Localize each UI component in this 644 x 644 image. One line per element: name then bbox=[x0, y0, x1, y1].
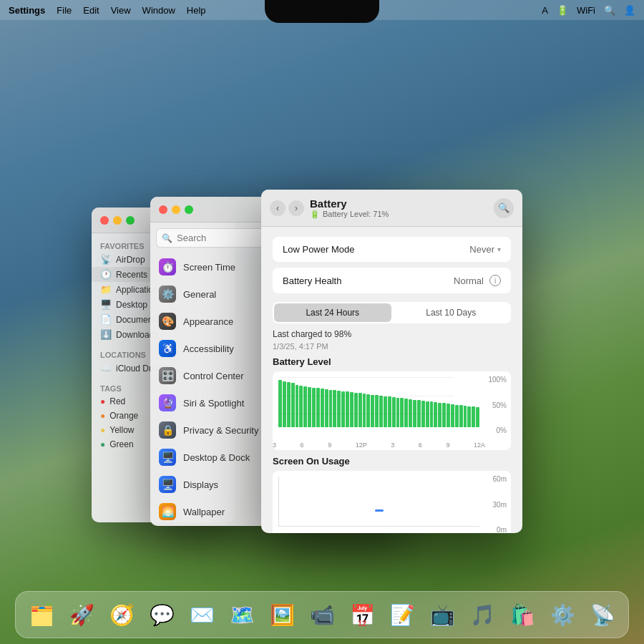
battery-bar bbox=[278, 377, 282, 427]
battery-bar-fill bbox=[278, 380, 282, 428]
battery-content: Low Power Mode Never ▾ Battery Health No… bbox=[261, 227, 522, 533]
controlcenter-icon: 🎛️ bbox=[159, 367, 176, 384]
dock-icon-mail[interactable]: ✉️ bbox=[183, 596, 220, 633]
battery-bar-fill bbox=[321, 389, 324, 427]
prefs-label-general: General bbox=[183, 289, 216, 300]
battery-nav: ‹ › bbox=[270, 200, 304, 216]
menubar-left: Settings File Edit View Window Help bbox=[9, 5, 206, 16]
screentime-icon: ⏱️ bbox=[159, 258, 176, 275]
battery-bar-fill bbox=[421, 401, 425, 427]
prefs-label-displays: Displays bbox=[183, 479, 218, 490]
battery-bar bbox=[296, 377, 299, 427]
low-power-mode-value[interactable]: Never ▾ bbox=[469, 244, 501, 255]
battery-bar bbox=[337, 377, 341, 427]
prefs-label-desktop: Desktop & Dock bbox=[183, 452, 250, 463]
menubar-window[interactable]: Window bbox=[142, 5, 175, 16]
battery-bar-fill bbox=[287, 382, 291, 427]
battery-title-section: Battery 🔋 Battery Level: 71% bbox=[310, 197, 389, 219]
dock-icon-safari[interactable]: 🧭 bbox=[103, 596, 140, 633]
tab-last-10-days[interactable]: Last 10 Days bbox=[393, 303, 510, 322]
battery-bar-fill bbox=[409, 399, 412, 427]
dock-icon-reminders[interactable]: 📝 bbox=[384, 596, 421, 633]
battery-bar bbox=[350, 377, 353, 427]
low-power-mode-row: Low Power Mode Never ▾ bbox=[273, 237, 511, 262]
x-label-9p: 9 bbox=[446, 441, 449, 449]
battery-bar bbox=[283, 377, 286, 427]
battery-bar-fill bbox=[467, 406, 471, 427]
battery-bars bbox=[278, 377, 479, 427]
dock-icon-appstore[interactable]: 🛍️ bbox=[504, 596, 541, 633]
battery-bar-fill bbox=[476, 407, 479, 427]
maximize-button[interactable] bbox=[126, 216, 135, 225]
dock-icon-airdrop[interactable]: 📡 bbox=[584, 596, 621, 633]
menubar-help[interactable]: Help bbox=[187, 5, 206, 16]
battery-bar bbox=[447, 377, 450, 427]
battery-bar bbox=[325, 377, 328, 427]
menubar-edit[interactable]: Edit bbox=[83, 5, 99, 16]
prefs-label-siri: Siri & Spotlight bbox=[183, 398, 244, 409]
prefs-label-wallpaper: Wallpaper bbox=[183, 507, 225, 517]
prefs-close-button[interactable] bbox=[159, 205, 167, 214]
info-icon[interactable]: i bbox=[489, 275, 501, 286]
battery-bar-fill bbox=[337, 391, 341, 427]
dock-icon-launchpad[interactable]: 🚀 bbox=[63, 596, 100, 633]
user-icon[interactable]: 👤 bbox=[624, 5, 635, 16]
low-power-mode-label: Low Power Mode bbox=[283, 244, 354, 255]
battery-bar-fill bbox=[464, 406, 467, 427]
battery-bar bbox=[400, 377, 404, 427]
dock-icon-photos[interactable]: 🖼️ bbox=[263, 596, 301, 633]
battery-bar-fill bbox=[363, 394, 366, 427]
battery-bar-fill bbox=[447, 404, 450, 427]
search-icon: 🔍 bbox=[162, 233, 172, 243]
battery-bar-fill bbox=[442, 403, 446, 427]
menubar-app-name[interactable]: Settings bbox=[9, 5, 45, 16]
prefs-minimize-button[interactable] bbox=[172, 205, 180, 214]
dock-icon-messages[interactable]: 💬 bbox=[143, 596, 180, 633]
battery-bar bbox=[392, 377, 396, 427]
battery-search-button[interactable]: 🔍 bbox=[494, 198, 514, 218]
dock-icon-finder[interactable]: 🗂️ bbox=[23, 596, 60, 633]
tab-last-24-hours[interactable]: Last 24 Hours bbox=[274, 303, 391, 322]
battery-bar-fill bbox=[451, 404, 454, 427]
battery-bar bbox=[287, 377, 291, 427]
battery-bar bbox=[375, 377, 379, 427]
dock-icon-music[interactable]: 🎵 bbox=[464, 596, 501, 633]
battery-bar bbox=[459, 377, 463, 427]
battery-bar bbox=[464, 377, 467, 427]
dock-icon-facetime[interactable]: 📹 bbox=[303, 596, 341, 633]
battery-bar bbox=[299, 377, 303, 427]
prefs-maximize-button[interactable] bbox=[185, 205, 193, 214]
forward-button[interactable]: › bbox=[288, 200, 304, 216]
battery-bar bbox=[291, 377, 295, 427]
menubar-file[interactable]: File bbox=[57, 5, 72, 16]
battery-bar-fill bbox=[400, 398, 404, 427]
battery-bar-fill bbox=[413, 400, 416, 428]
menubar-view[interactable]: View bbox=[111, 5, 131, 16]
battery-bar bbox=[303, 377, 307, 427]
y-label-50: 50% bbox=[492, 401, 507, 409]
dock-icon-maps[interactable]: 🗺️ bbox=[223, 596, 260, 633]
battery-bar bbox=[438, 377, 441, 427]
back-button[interactable]: ‹ bbox=[270, 200, 286, 216]
close-button[interactable] bbox=[100, 216, 109, 225]
battery-bar-fill bbox=[434, 402, 437, 427]
x-label-3p: 3 bbox=[391, 441, 394, 449]
battery-health-value-text: Normal bbox=[454, 275, 484, 286]
desktop-icon: 🖥️ bbox=[159, 449, 176, 466]
battery-bar bbox=[346, 377, 349, 427]
dock-icon-tv[interactable]: 📺 bbox=[424, 596, 461, 633]
battery-bar-fill bbox=[325, 389, 328, 427]
dock-icon-calendar[interactable]: 📅 12 bbox=[343, 596, 381, 633]
menubar-right: A 🔋 WiFi 🔍 👤 bbox=[542, 5, 635, 16]
battery-bar bbox=[371, 377, 374, 427]
battery-bar-fill bbox=[388, 396, 391, 427]
prefs-label-controlcenter: Control Center bbox=[183, 371, 244, 381]
last-charged-date: 1/3/25, 4:17 PM bbox=[273, 342, 511, 351]
appearance-icon: 🎨 bbox=[159, 313, 176, 330]
dock-icon-systemprefs[interactable]: ⚙️ bbox=[544, 596, 581, 633]
minimize-button[interactable] bbox=[113, 216, 122, 225]
wifi-icon: WiFi bbox=[577, 5, 595, 16]
search-menubar-icon[interactable]: 🔍 bbox=[604, 5, 615, 16]
battery-bar-fill bbox=[430, 401, 434, 427]
last-charged-info: Last charged to 98% bbox=[273, 329, 511, 339]
